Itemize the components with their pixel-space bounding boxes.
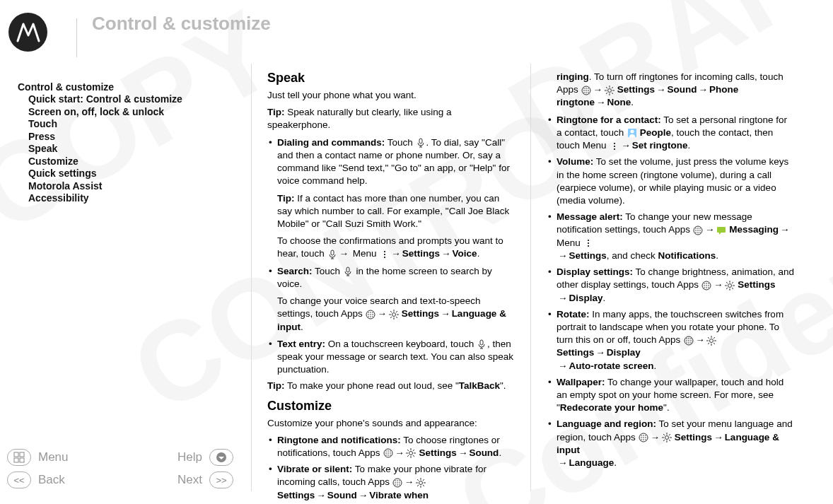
- back-button[interactable]: <<: [7, 471, 31, 488]
- gear-icon: [388, 309, 399, 320]
- page-title: Control & customize: [92, 13, 271, 35]
- speak-heading: Speak: [267, 71, 515, 86]
- motorola-logo: [8, 13, 47, 52]
- next-button[interactable]: >>: [209, 471, 233, 488]
- sidebar-item[interactable]: Speak: [28, 143, 230, 156]
- down-icon: [216, 452, 227, 463]
- mic-icon: [327, 249, 338, 259]
- rotate-item: Rotate: In many apps, the touchscreen sw…: [547, 308, 794, 373]
- svg-rect-0: [14, 452, 18, 457]
- display-item: Display settings: To change brightness, …: [547, 266, 794, 305]
- header-divider: [76, 18, 77, 57]
- vibrate-item: Vibrate or silent: To make your phone vi…: [267, 463, 515, 502]
- customize-heading: Customize: [267, 399, 515, 414]
- chevron-left-icon: <<: [13, 475, 24, 486]
- apps-icon: [693, 225, 704, 235]
- content-column-2: ringing. To turn off ringtones for incom…: [530, 64, 810, 491]
- mic-icon: [416, 138, 426, 148]
- menu-dots-icon: [379, 249, 390, 259]
- sidebar-item[interactable]: Customize: [28, 156, 230, 168]
- people-icon: [627, 128, 637, 139]
- mic-icon: [477, 339, 487, 350]
- menu-icon: [13, 452, 25, 463]
- sidebar-nav: Control & customize Quick start: Control…: [18, 81, 230, 205]
- help-label: Help: [177, 450, 202, 464]
- bottom-nav: Menu Help << Back Next >>: [7, 446, 233, 491]
- sidebar-item[interactable]: Accessibility: [28, 192, 230, 205]
- speak-tip: Tip: Speak naturally but clearly, like u…: [267, 106, 515, 131]
- gear-icon: [724, 280, 735, 291]
- content-column-1: Speak Just tell your phone what you want…: [251, 64, 530, 491]
- sidebar-item[interactable]: Touch: [28, 118, 230, 131]
- apps-icon: [639, 433, 649, 443]
- apps-icon: [366, 309, 376, 320]
- ringtone-contact-item: Ringtone for a contact: To set a persona…: [547, 114, 794, 153]
- menu-dots-icon: [609, 141, 619, 151]
- apps-icon: [683, 335, 694, 346]
- search-item: Search: Touch in the home screen to sear…: [267, 265, 515, 334]
- sidebar-item[interactable]: Press: [28, 131, 230, 143]
- textentry-item: Text entry: On a touchscreen keyboard, t…: [267, 338, 515, 377]
- svg-rect-2: [14, 458, 18, 462]
- svg-rect-3: [20, 458, 24, 462]
- language-item: Language and region: To set your menu la…: [547, 418, 794, 469]
- next-label: Next: [177, 473, 202, 487]
- wallpaper-item: Wallpaper: To change your wallpaper, tou…: [547, 376, 794, 415]
- back-label: Back: [38, 473, 65, 487]
- apps-icon: [392, 477, 403, 488]
- gear-icon: [415, 477, 426, 488]
- speak-intro: Just tell your phone what you want.: [267, 89, 515, 102]
- gear-icon: [406, 448, 416, 459]
- apps-icon: [383, 448, 393, 459]
- apps-icon: [701, 280, 712, 291]
- gear-icon: [706, 335, 717, 346]
- sidebar-item[interactable]: Screen on, off, lock & unlock: [28, 106, 230, 119]
- menu-dots-icon: [583, 238, 594, 249]
- sidebar-item[interactable]: Motorola Assist: [28, 180, 230, 193]
- message-alert-item: Message alert: To change your new messag…: [547, 211, 794, 262]
- ringtone-item: Ringtone and notifications: To choose ri…: [267, 434, 515, 459]
- ringing-cont: ringing. To turn off ringtones for incom…: [547, 71, 794, 110]
- sidebar-item[interactable]: Quick settings: [28, 168, 230, 180]
- gear-icon: [661, 433, 672, 443]
- help-button[interactable]: [209, 449, 233, 466]
- sidebar-root[interactable]: Control & customize: [18, 81, 230, 93]
- gear-icon: [604, 85, 614, 95]
- mic-icon: [343, 266, 354, 277]
- customize-intro: Customize your phone's sounds and appear…: [267, 417, 515, 430]
- menu-button[interactable]: [7, 449, 31, 466]
- messaging-icon: [716, 225, 726, 235]
- apps-icon: [581, 85, 592, 95]
- readout-tip: Tip: To make your phone read out loud, s…: [267, 380, 515, 392]
- chevron-right-icon: >>: [216, 475, 226, 486]
- menu-label: Menu: [38, 450, 69, 464]
- volume-item: Volume: To set the volume, just press th…: [547, 156, 794, 207]
- sidebar-item[interactable]: Quick start: Control & customize: [28, 93, 230, 106]
- svg-rect-1: [20, 452, 24, 457]
- motorola-m-icon: [14, 18, 42, 47]
- dialing-item: Dialing and commands: Touch . To dial, s…: [267, 136, 515, 261]
